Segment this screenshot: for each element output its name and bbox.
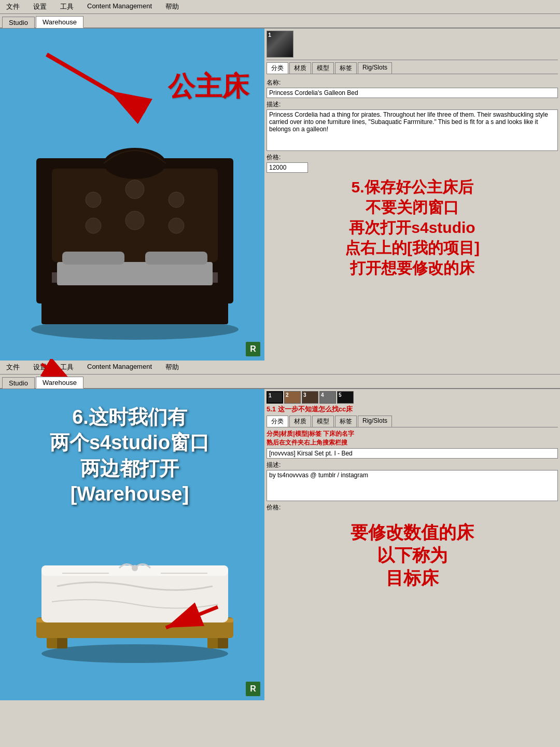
swatch-4[interactable]: 4 bbox=[319, 391, 336, 404]
viewport-2: 6.这时我们有两个s4studio窗口两边都打开[Warehouse] bbox=[0, 389, 264, 700]
thumbnail-1[interactable]: 1 bbox=[267, 31, 293, 58]
thumb-num-1: 1 bbox=[268, 32, 271, 38]
hint-text-1: 5.1 这一步不知道怎么找cc床 bbox=[267, 405, 558, 414]
bottom-section: 文件 设置 工具 Content Management 帮助 Studio Wa… bbox=[0, 361, 560, 700]
svg-line-1 bbox=[47, 54, 145, 112]
svg-point-11 bbox=[125, 180, 144, 199]
swatch-1[interactable]: 1 bbox=[267, 391, 283, 404]
swatch-3[interactable]: 3 bbox=[302, 391, 318, 404]
svg-rect-18 bbox=[41, 283, 228, 303]
price-input-1[interactable] bbox=[267, 162, 308, 173]
top-section: 文件 设置 工具 Content Management 帮助 Studio Wa… bbox=[0, 0, 560, 361]
prop-tabs-1: 分类 材质 模型 标签 Rig/Slots bbox=[267, 62, 558, 74]
instruction-right-2: 要修改数值的床以下称为目标床 bbox=[267, 521, 558, 590]
prop-tab-tag-2[interactable]: 标签 bbox=[335, 416, 357, 427]
desc-label-1: 描述: bbox=[267, 100, 558, 109]
menu-content-1[interactable]: Content Management bbox=[85, 2, 154, 12]
desc-label-2: 描述: bbox=[267, 461, 558, 469]
swatch-num-4: 4 bbox=[321, 392, 324, 398]
tab-bar-2: Studio Warehouse bbox=[0, 375, 560, 389]
content-area-2: 6.这时我们有两个s4studio窗口两边都打开[Warehouse] bbox=[0, 389, 560, 700]
right-panel-2: 1 2 3 4 5 5.1 这一步不知道怎么找cc床 bbox=[264, 389, 560, 700]
swatch-num-5: 5 bbox=[339, 392, 342, 398]
swatch-2[interactable]: 2 bbox=[284, 391, 301, 404]
bed-arrow-2 bbox=[150, 597, 223, 638]
desc-textarea-2[interactable]: by ts4novvvas @ tumblr / instagram bbox=[267, 470, 558, 501]
swatch-num-2: 2 bbox=[286, 392, 289, 398]
svg-point-24 bbox=[41, 644, 228, 663]
prop-tab-category-1[interactable]: 分类 bbox=[267, 62, 288, 74]
svg-point-33 bbox=[132, 565, 138, 571]
name-label-1: 名称: bbox=[267, 78, 558, 87]
name-input-1[interactable] bbox=[267, 88, 558, 98]
divider-1 bbox=[267, 60, 558, 60]
menu-file-1[interactable]: 文件 bbox=[4, 2, 22, 12]
content-area-1: 公主床 R 1 分类 材质 模型 标签 bbox=[0, 29, 560, 361]
price-label-1: 价格: bbox=[267, 153, 558, 162]
menu-tools-1[interactable]: 工具 bbox=[58, 2, 76, 12]
svg-rect-19 bbox=[57, 262, 213, 285]
menu-help-2[interactable]: 帮助 bbox=[163, 362, 181, 372]
svg-rect-17 bbox=[218, 158, 233, 303]
svg-rect-21 bbox=[145, 252, 207, 265]
svg-point-10 bbox=[86, 192, 101, 208]
desc-textarea-1[interactable]: Princess Cordelia had a thing for pirate… bbox=[267, 109, 558, 151]
mattress-art bbox=[16, 482, 254, 669]
bed-annotation-text: 公主床 bbox=[168, 70, 249, 102]
tab-warehouse-2[interactable]: Warehouse bbox=[36, 377, 83, 389]
prop-tab-model-1[interactable]: 模型 bbox=[312, 62, 334, 74]
prop-tab-rigslots-1[interactable]: Rig/Slots bbox=[358, 62, 392, 74]
page-wrapper: 文件 设置 工具 Content Management 帮助 Studio Wa… bbox=[0, 0, 560, 700]
price-label-2: 价格: bbox=[267, 503, 558, 512]
instruction-1: 5.保存好公主床后不要关闭窗口再次打开s4studio点右上的[我的项目]打开想… bbox=[267, 177, 558, 278]
tab-bar-1: Studio Warehouse bbox=[0, 14, 560, 29]
menu-help-1[interactable]: 帮助 bbox=[163, 2, 181, 12]
svg-point-13 bbox=[86, 218, 101, 233]
svg-line-37 bbox=[166, 607, 218, 628]
prop-tab-material-1[interactable]: 材质 bbox=[289, 62, 311, 74]
svg-point-14 bbox=[125, 211, 144, 230]
svg-rect-20 bbox=[62, 252, 124, 265]
swatch-num-1: 1 bbox=[269, 393, 272, 398]
prop-tab-rigslots-2[interactable]: Rig/Slots bbox=[358, 416, 392, 427]
viewport2-annotation: 6.这时我们有两个s4studio窗口两边都打开[Warehouse] bbox=[10, 405, 249, 507]
menu-content-2[interactable]: Content Management bbox=[85, 362, 154, 372]
prop-tabs-2: 分类 材质 模型 标签 Rig/Slots bbox=[267, 416, 558, 427]
right-panel-1: 1 分类 材质 模型 标签 Rig/Slots 名称: 描述: bbox=[264, 29, 560, 361]
swatches: 1 2 3 4 5 bbox=[267, 391, 558, 404]
prop-tab-material-2[interactable]: 材质 bbox=[289, 416, 311, 427]
prop-tab-tag-1[interactable]: 标签 bbox=[335, 62, 357, 74]
svg-point-12 bbox=[169, 192, 184, 208]
tab-warehouse-1[interactable]: Warehouse bbox=[36, 16, 83, 28]
prop-tab-category-2[interactable]: 分类 bbox=[267, 416, 288, 427]
viewport-1: 公主床 R bbox=[0, 29, 264, 361]
menu-settings-1[interactable]: 设置 bbox=[31, 2, 49, 12]
swatch-5[interactable]: 5 bbox=[337, 391, 354, 404]
swatch-num-3: 3 bbox=[303, 392, 306, 398]
name-input-2[interactable] bbox=[267, 448, 558, 459]
thumbnail-area-1: 1 bbox=[267, 31, 558, 58]
svg-point-15 bbox=[169, 218, 184, 233]
tab-studio-1[interactable]: Studio bbox=[2, 17, 35, 28]
menu-bar-1: 文件 设置 工具 Content Management 帮助 bbox=[0, 0, 560, 14]
r-badge-2: R bbox=[246, 682, 260, 696]
r-badge-1: R bbox=[246, 342, 260, 356]
menu-file-2[interactable]: 文件 bbox=[4, 362, 22, 372]
svg-rect-16 bbox=[36, 158, 52, 303]
bed-art-1 bbox=[10, 106, 259, 355]
hint-text-2: 分类|材质|模型|标签 下床的名字熟后在文件夹右上角搜索栏搜 bbox=[267, 430, 558, 447]
prop-tab-model-2[interactable]: 模型 bbox=[312, 416, 334, 427]
tab-studio-2[interactable]: Studio bbox=[2, 377, 35, 389]
